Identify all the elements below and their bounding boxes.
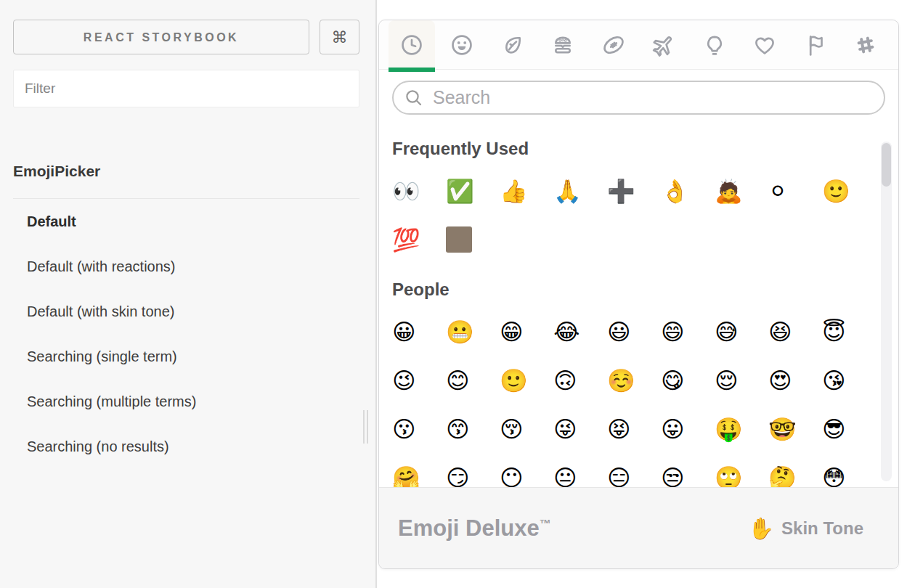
emoji-glyph: 😃	[607, 319, 630, 345]
emoji-glyph: 😙	[446, 416, 469, 442]
pane-resize-handle[interactable]	[363, 410, 368, 444]
emoji-cell[interactable]: 😁	[500, 307, 553, 356]
emoji-cell[interactable]: 😑	[607, 453, 661, 487]
filter-input[interactable]	[13, 70, 359, 107]
emoji-cell[interactable]: 😋	[661, 356, 715, 404]
sidebar-header: REACT STORYBOOK ⌘	[13, 20, 359, 54]
emoji-cell[interactable]: 💯	[392, 215, 446, 264]
emoji-cell[interactable]: 😄	[661, 307, 715, 356]
emoji-cell[interactable]: 😂	[553, 307, 607, 356]
emoji-cell[interactable]: 🤓	[768, 404, 822, 453]
emoji-cell[interactable]: 🤑	[715, 404, 768, 453]
tab-flags[interactable]	[792, 20, 839, 69]
emoji-glyph: 🙄	[715, 465, 743, 488]
emoji-cell[interactable]: 😛	[661, 404, 715, 453]
emoji-cell[interactable]: 👍	[500, 166, 553, 215]
leaf-icon	[500, 33, 525, 57]
storybook-app: REACT STORYBOOK ⌘ EmojiPicker DefaultDef…	[0, 0, 915, 588]
emoji-glyph: ☺️	[607, 367, 635, 393]
emoji-cell[interactable]: 😏	[446, 453, 500, 487]
tab-people[interactable]	[439, 20, 485, 69]
emoji-cell[interactable]: 😜	[553, 404, 607, 453]
emoji-cell[interactable]: 👀	[392, 166, 446, 215]
emoji-glyph: 💯	[392, 226, 420, 253]
scrollbar-track[interactable]	[881, 142, 892, 481]
emoji-cell[interactable]: 🙂	[500, 356, 553, 404]
emoji-cell[interactable]: 😍	[768, 356, 822, 404]
emoji-cell[interactable]: 😚	[500, 404, 553, 453]
emoji-search-input[interactable]	[431, 86, 873, 109]
emoji-cell[interactable]: 😀	[392, 307, 446, 356]
emoji-cell[interactable]: ✅	[446, 166, 500, 215]
tab-objects[interactable]	[691, 20, 738, 69]
emoji-cell[interactable]: 😶	[500, 453, 553, 487]
search-pill	[392, 81, 885, 115]
custom-emoji-avatar[interactable]	[446, 215, 500, 264]
emoji-grid-1: 😀😬😁😂😃😄😅😆😇😉😊🙂🙃☺️😋😌😍😘😗😙😚😜😝😛🤑🤓😎🤗😏😶😐😑😒🙄🤔😳	[392, 307, 885, 487]
emoji-glyph: 😏	[446, 465, 469, 488]
skin-tone-toggle[interactable]: ✋ Skin Tone	[748, 516, 863, 541]
emoji-picker: Frequently Used👀✅👍🙏➕👌🙇⚪🙂💯People😀😬😁😂😃😄😅😆😇…	[378, 20, 899, 569]
emoji-cell[interactable]: 🙄	[715, 453, 768, 487]
emoji-cell[interactable]: ⚪	[768, 166, 822, 215]
tab-symbols[interactable]	[741, 20, 788, 69]
emoji-cell[interactable]: 😒	[661, 453, 715, 487]
emoji-cell[interactable]: 😙	[446, 404, 500, 453]
command-shortcut-button[interactable]: ⌘	[320, 20, 359, 54]
story-item-3[interactable]: Searching (single term)	[13, 334, 359, 379]
emoji-cell[interactable]: ☺️	[607, 356, 661, 404]
football-icon	[601, 33, 626, 57]
emoji-cell[interactable]: 😅	[715, 307, 768, 356]
story-item-4[interactable]: Searching (multiple terms)	[13, 379, 359, 424]
story-item-0[interactable]: Default	[13, 199, 359, 244]
section-heading-0: Frequently Used	[392, 139, 885, 159]
emoji-cell[interactable]: 😉	[392, 356, 446, 404]
tab-nature[interactable]	[489, 20, 536, 69]
scrollbar-thumb[interactable]	[882, 143, 891, 187]
emoji-scroll-area: Frequently Used👀✅👍🙏➕👌🙇⚪🙂💯People😀😬😁😂😃😄😅😆😇…	[379, 121, 898, 487]
emoji-cell[interactable]: 😘	[822, 356, 876, 404]
emoji-glyph: 😄	[661, 319, 684, 345]
emoji-glyph: 🙂	[822, 178, 850, 204]
emoji-cell[interactable]: 😝	[607, 404, 661, 453]
clock-icon	[399, 33, 424, 57]
story-item-5[interactable]: Searching (no results)	[13, 424, 359, 469]
story-item-2[interactable]: Default (with skin tone)	[13, 289, 359, 334]
emoji-cell[interactable]: 🤔	[768, 453, 822, 487]
emoji-cell[interactable]: 😗	[392, 404, 446, 453]
story-item-1[interactable]: Default (with reactions)	[13, 244, 359, 289]
emoji-deluxe-brand: Emoji Deluxe™	[398, 515, 551, 542]
emoji-glyph: 🙏	[553, 178, 582, 204]
emoji-glyph: 🙃	[553, 367, 577, 393]
emoji-cell[interactable]: 😐	[553, 453, 607, 487]
tab-places[interactable]	[640, 20, 687, 69]
emoji-glyph: 😑	[607, 465, 630, 488]
emoji-cell[interactable]: 🙇	[715, 166, 768, 215]
tab-recent[interactable]	[389, 20, 435, 69]
emoji-glyph: 😐	[553, 465, 577, 488]
emoji-cell[interactable]: 😆	[768, 307, 822, 356]
emoji-cell[interactable]: 😊	[446, 356, 500, 404]
emoji-glyph: 😚	[500, 416, 523, 442]
tab-activity[interactable]	[590, 20, 637, 69]
emoji-cell[interactable]: 🙂	[822, 166, 876, 215]
emoji-glyph: 🤑	[715, 416, 743, 442]
emoji-cell[interactable]: 😇	[822, 307, 876, 356]
emoji-cell[interactable]: 👌	[661, 166, 715, 215]
emoji-glyph: 😛	[661, 416, 684, 442]
emoji-cell[interactable]: 🙃	[553, 356, 607, 404]
emoji-cell[interactable]: 😬	[446, 307, 500, 356]
tab-custom[interactable]	[842, 20, 889, 69]
emoji-cell[interactable]: 😌	[715, 356, 768, 404]
react-storybook-button[interactable]: REACT STORYBOOK	[13, 20, 309, 54]
emoji-cell[interactable]: ➕	[607, 166, 661, 215]
emoji-cell[interactable]: 😳	[822, 453, 876, 487]
emoji-cell[interactable]: 😎	[822, 404, 876, 453]
emoji-glyph: 😗	[392, 416, 415, 442]
emoji-cell[interactable]: 🙏	[553, 166, 607, 215]
emoji-cell[interactable]: 🤗	[392, 453, 446, 487]
emoji-cell[interactable]: 😃	[607, 307, 661, 356]
emoji-glyph: ➕	[607, 178, 635, 204]
tab-foods[interactable]	[540, 20, 586, 69]
skin-tone-label: Skin Tone	[781, 518, 863, 539]
